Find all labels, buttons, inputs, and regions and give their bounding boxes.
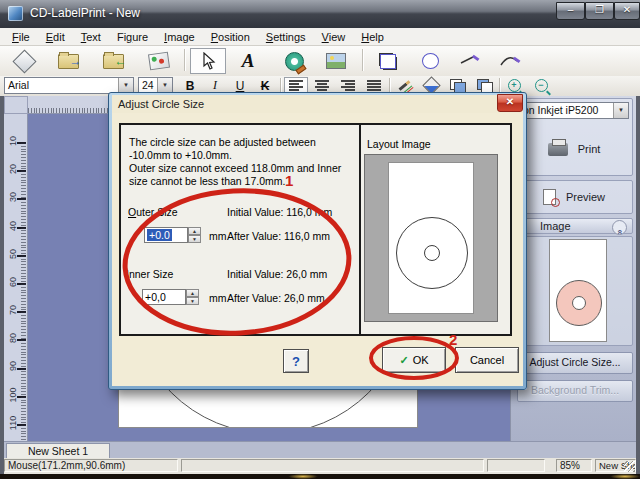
resize-grip[interactable] bbox=[624, 461, 635, 472]
inner-size-stepper[interactable]: ▲ ▼ bbox=[186, 289, 199, 305]
toolbar-separator bbox=[184, 49, 185, 71]
arc-tool-button[interactable] bbox=[492, 48, 528, 74]
image-section-header[interactable]: Image « bbox=[515, 218, 633, 234]
inner-size-input[interactable]: +0,0 bbox=[142, 289, 186, 305]
outer-size-label: Outer Size bbox=[128, 206, 178, 218]
background-trim-button: Background Trim... bbox=[517, 380, 633, 402]
insert-image-button[interactable] bbox=[318, 48, 354, 74]
rectangle-tool-button[interactable] bbox=[370, 48, 406, 74]
dropdown-arrow-icon[interactable]: ▼ bbox=[118, 78, 133, 93]
stepper-up-icon[interactable]: ▲ bbox=[186, 289, 199, 297]
palette-button[interactable] bbox=[141, 48, 177, 74]
cursor-icon bbox=[200, 52, 216, 70]
preview-button[interactable]: Preview bbox=[516, 181, 632, 213]
vertical-ruler: 10 20 30 40 50 60 70 80 90 100 110 bbox=[4, 114, 28, 441]
ruler-label: 80 bbox=[8, 328, 18, 348]
ruler-corner-box bbox=[4, 96, 28, 114]
print-button[interactable]: Print bbox=[516, 125, 632, 173]
menu-settings[interactable]: Settings bbox=[258, 30, 314, 44]
ok-button[interactable]: ✓OK bbox=[382, 347, 446, 373]
ruler-label: 110 bbox=[8, 413, 18, 433]
collapse-chevron-icon: « bbox=[613, 229, 625, 234]
open-button[interactable]: → bbox=[50, 48, 86, 74]
printer-name: on Inkjet iP5200 bbox=[523, 104, 598, 116]
sheet-tab-bar: New Sheet 1 bbox=[4, 441, 636, 458]
outer-size-input[interactable]: +0.0 bbox=[144, 227, 188, 243]
desktop-strip bbox=[0, 474, 640, 479]
inner-size-value: +0,0 bbox=[145, 291, 166, 303]
new-document-button[interactable] bbox=[6, 48, 42, 74]
print-label: Print bbox=[578, 143, 601, 155]
layout-disc-hole bbox=[424, 245, 440, 261]
preview-section: Preview bbox=[515, 180, 633, 214]
align-center-icon bbox=[315, 80, 329, 91]
send-backward-icon bbox=[477, 79, 493, 93]
printer-select[interactable]: on Inkjet iP5200 ▼ bbox=[519, 102, 629, 119]
maximize-button[interactable]: ❐ bbox=[585, 2, 614, 20]
text-tool-icon: A bbox=[242, 50, 255, 72]
stepper-up-icon[interactable]: ▲ bbox=[188, 227, 201, 235]
save-button[interactable]: ← bbox=[95, 48, 131, 74]
tab-new-sheet-1[interactable]: New Sheet 1 bbox=[6, 443, 110, 459]
ruler-label: 20 bbox=[8, 159, 18, 179]
ruler-label: 60 bbox=[8, 272, 18, 292]
inner-initial-value: Initial Value: 26,0 mm bbox=[227, 268, 327, 280]
stepper-down-icon[interactable]: ▼ bbox=[186, 297, 199, 305]
cd-design-button[interactable] bbox=[276, 48, 312, 74]
select-tool-button[interactable] bbox=[190, 48, 226, 74]
title-bar: CD-LabelPrint - New – ❐ ✕ bbox=[0, 0, 640, 28]
menu-text[interactable]: Text bbox=[73, 30, 109, 44]
toolbar-separator bbox=[389, 78, 390, 93]
zoom-out-icon: − bbox=[535, 79, 548, 92]
application-window: CD-LabelPrint - New – ❐ ✕ File Edit Text… bbox=[0, 0, 640, 479]
dropdown-arrow-icon[interactable]: ▼ bbox=[157, 78, 172, 93]
text-tool-button[interactable]: A bbox=[230, 48, 266, 74]
layout-image-frame bbox=[364, 154, 498, 322]
line-icon bbox=[460, 53, 480, 69]
menu-image[interactable]: Image bbox=[156, 30, 203, 44]
new-document-icon bbox=[12, 49, 36, 73]
menu-file[interactable]: File bbox=[4, 30, 38, 44]
adjust-circle-size-button[interactable]: Adjust Circle Size... bbox=[517, 352, 633, 374]
ok-label: OK bbox=[413, 354, 429, 366]
printer-icon bbox=[548, 143, 568, 156]
font-size-value: 24 bbox=[142, 79, 154, 91]
zoom-in-icon: + bbox=[508, 79, 521, 92]
status-zoom-level: 85% bbox=[556, 459, 592, 472]
taskbar-glow bbox=[610, 474, 640, 479]
menu-position[interactable]: Position bbox=[203, 30, 258, 44]
dialog-help-button[interactable]: ? bbox=[283, 349, 309, 373]
window-title: CD-LabelPrint - New bbox=[30, 0, 140, 28]
minimize-button[interactable]: – bbox=[556, 2, 585, 20]
ruler-label: 30 bbox=[8, 187, 18, 207]
menu-figure[interactable]: Figure bbox=[109, 30, 156, 44]
collapse-section-button[interactable]: « bbox=[612, 220, 627, 235]
status-panel bbox=[181, 459, 484, 472]
dialog-title: Adjust Circle Size bbox=[112, 95, 523, 113]
menu-help[interactable]: Help bbox=[353, 30, 392, 44]
menu-view[interactable]: View bbox=[314, 30, 354, 44]
layout-page bbox=[388, 162, 474, 314]
outer-after-value: After Value: 116,0 mm bbox=[227, 230, 330, 242]
outer-size-stepper[interactable]: ▲ ▼ bbox=[188, 227, 201, 243]
save-arrow-icon: ← bbox=[115, 56, 127, 66]
line-tool-button[interactable] bbox=[452, 48, 488, 74]
stepper-down-icon[interactable]: ▼ bbox=[188, 235, 201, 243]
cancel-button[interactable]: Cancel bbox=[455, 347, 519, 373]
check-icon: ✓ bbox=[399, 354, 408, 366]
panel-divider bbox=[359, 125, 361, 334]
ellipse-tool-button[interactable] bbox=[412, 48, 448, 74]
menu-edit[interactable]: Edit bbox=[38, 30, 73, 44]
close-button[interactable]: ✕ bbox=[614, 2, 640, 20]
zoom-out-button[interactable]: − bbox=[529, 77, 553, 94]
toolbar-separator bbox=[280, 78, 281, 93]
dialog-close-button[interactable]: ✕ bbox=[497, 94, 523, 112]
palette-icon bbox=[148, 52, 170, 71]
ruler-label: 50 bbox=[8, 244, 18, 264]
open-arrow-icon: → bbox=[70, 56, 82, 66]
inner-after-value: After Value: 26,0 mm bbox=[227, 292, 325, 304]
dropdown-arrow-icon[interactable]: ▼ bbox=[613, 103, 628, 118]
picture-icon bbox=[326, 53, 346, 69]
preview-icon bbox=[543, 189, 556, 205]
ellipse-icon bbox=[422, 53, 439, 69]
